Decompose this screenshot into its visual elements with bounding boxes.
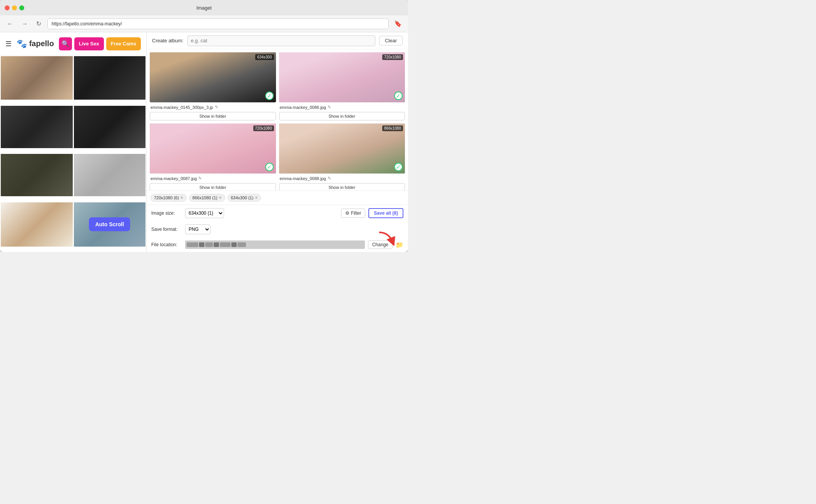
show-folder-button-4[interactable]: Show in folder (279, 183, 405, 190)
result-card-3: 720x1080 ✓ emma-mackey_0087.jpg ✎ Show i… (150, 123, 276, 190)
image-size-select[interactable]: 634x300 (1) 720x1080 (6) 866x1080 (1) Al… (185, 208, 224, 218)
free-cams-button[interactable]: Free Cams (106, 37, 141, 50)
search-button[interactable]: 🔍 (59, 37, 72, 50)
filter-tag-close-2[interactable]: × (255, 195, 258, 200)
clear-button[interactable]: Clear (379, 36, 403, 45)
path-segment-3 (205, 242, 213, 247)
browser-toolbar: ← → ↻ 🔖 (0, 15, 408, 32)
result-filename-3: emma-mackey_0087.jpg ✎ (150, 176, 276, 181)
bookmark-icon[interactable]: 🔖 (393, 18, 403, 29)
file-location-row: File location: Change 📁 (147, 237, 408, 252)
file-path-inner (185, 240, 365, 249)
result-filename-1: emma-mackey_0145_300px_3.jp ✎ (150, 105, 276, 110)
close-button[interactable] (5, 5, 10, 10)
check-icon-2: ✓ (394, 92, 403, 100)
bottom-controls: Image size: 634x300 (1) 720x1080 (6) 866… (147, 205, 408, 252)
path-segment-7 (237, 242, 246, 247)
browser-content: ☰ 🐾 fapello 🔍 Live Sex Free Cams (0, 32, 146, 252)
path-segment-1 (187, 242, 198, 247)
grid-image-4[interactable] (74, 106, 146, 148)
back-button[interactable]: ← (5, 19, 15, 29)
live-sex-button[interactable]: Live Sex (74, 37, 104, 50)
filter-tag-0: 720x1080 (6) × (150, 194, 187, 202)
path-segment-2 (199, 242, 204, 247)
show-folder-button-3[interactable]: Show in folder (150, 183, 276, 190)
path-segment-5 (220, 242, 231, 247)
dimension-badge-4: 866x1080 (382, 125, 403, 131)
edit-icon-2[interactable]: ✎ (328, 105, 331, 110)
result-card-1: 634x300 ✓ emma-mackey_0145_300px_3.jp ✎ … (150, 52, 276, 120)
site-header: ☰ 🐾 fapello 🔍 Live Sex Free Cams (0, 32, 146, 55)
address-bar[interactable] (47, 18, 389, 29)
grid-image-2[interactable] (74, 56, 146, 100)
file-path-bar (185, 240, 365, 249)
result-image-3[interactable]: 720x1080 ✓ (150, 123, 276, 174)
auto-scroll-button[interactable]: Auto Scroll (89, 217, 130, 231)
edit-icon-1[interactable]: ✎ (215, 105, 218, 110)
grid-image-5[interactable] (1, 154, 73, 196)
dimension-badge-1: 634x300 (255, 54, 274, 60)
result-filename-4: emma-mackey_0088.jpg ✎ (279, 176, 405, 181)
imaget-panel: Create album: Clear 634x300 ✓ emma-macke… (146, 32, 408, 252)
forward-button[interactable]: → (19, 19, 30, 29)
traffic-lights (5, 5, 24, 10)
result-image-2[interactable]: 720x1080 ✓ (279, 52, 405, 102)
check-icon-4: ✓ (394, 163, 403, 171)
filter-tag-2: 634x300 (1) × (227, 194, 261, 202)
image-size-row: Image size: 634x300 (1) 720x1080 (6) 866… (147, 205, 408, 221)
logo-icon: 🐾 (17, 39, 27, 49)
logo-text: fapello (29, 39, 54, 48)
filter-tags: 720x1080 (6) × 866x1080 (1) × 634x300 (1… (147, 190, 408, 205)
file-location-label: File location: (151, 242, 182, 247)
show-folder-button-1[interactable]: Show in folder (150, 112, 276, 120)
imaget-toolbar: Create album: Clear (147, 32, 408, 49)
main-area: ☰ 🐾 fapello 🔍 Live Sex Free Cams (0, 32, 408, 252)
filter-button[interactable]: ⚙ Filter (341, 209, 366, 218)
edit-icon-4[interactable]: ✎ (328, 176, 331, 181)
path-segment-6 (231, 242, 237, 247)
dimension-badge-2: 720x1080 (382, 54, 403, 60)
image-grid: Auto Scroll (0, 55, 146, 252)
result-image-4[interactable]: 866x1080 ✓ (279, 123, 405, 174)
album-input[interactable] (187, 35, 375, 46)
filter-tag-close-1[interactable]: × (219, 195, 222, 200)
hamburger-menu[interactable]: ☰ (5, 40, 12, 48)
result-filename-2: emma-mackey_0086.jpg ✎ (279, 105, 405, 110)
filter-tag-1: 866x1080 (1) × (189, 194, 225, 202)
show-folder-button-2[interactable]: Show in folder (279, 112, 405, 120)
red-arrow-indicator (377, 230, 396, 246)
image-size-label: Image size: (151, 210, 182, 216)
filter-tag-close-0[interactable]: × (181, 195, 183, 200)
window-title: Imaget (196, 5, 212, 11)
create-album-label: Create album: (152, 38, 184, 43)
result-card-4: 866x1080 ✓ emma-mackey_0088.jpg ✎ Show i… (279, 123, 405, 190)
grid-image-6[interactable] (74, 154, 146, 196)
path-segment-4 (214, 242, 219, 247)
maximize-button[interactable] (19, 5, 24, 10)
grid-image-1[interactable] (1, 56, 73, 100)
check-icon-3: ✓ (265, 163, 274, 171)
save-format-select[interactable]: PNG JPG WEBP (185, 224, 211, 234)
save-format-label: Save format: (151, 227, 182, 232)
edit-icon-3[interactable]: ✎ (198, 176, 202, 181)
grid-image-8[interactable]: Auto Scroll (74, 202, 146, 247)
folder-icon-button[interactable]: 📁 (396, 241, 403, 249)
results-grid: 634x300 ✓ emma-mackey_0145_300px_3.jp ✎ … (147, 49, 408, 190)
logo-area: 🐾 fapello (17, 39, 54, 49)
grid-image-7[interactable] (1, 202, 73, 247)
titlebar: Imaget (0, 0, 408, 15)
grid-image-3[interactable] (1, 106, 73, 148)
site-buttons: 🔍 Live Sex Free Cams (59, 37, 141, 50)
result-image-1[interactable]: 634x300 ✓ (150, 52, 276, 102)
filter-icon: ⚙ (345, 210, 349, 216)
dimension-badge-3: 720x1080 (253, 125, 274, 131)
check-icon-1: ✓ (265, 92, 274, 100)
result-card-2: 720x1080 ✓ emma-mackey_0086.jpg ✎ Show i… (279, 52, 405, 120)
refresh-button[interactable]: ↻ (34, 18, 43, 29)
minimize-button[interactable] (12, 5, 17, 10)
save-format-row: Save format: PNG JPG WEBP (147, 221, 408, 237)
save-all-button[interactable]: Save all (8) (368, 208, 403, 218)
